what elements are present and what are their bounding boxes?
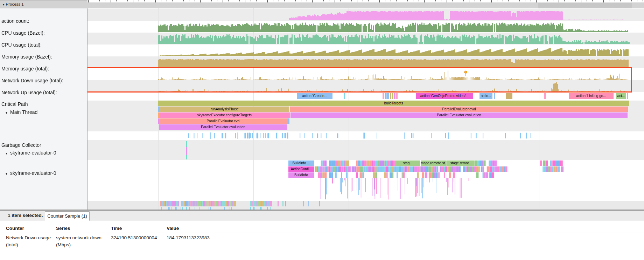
track-label-cpu-total[interactable]: CPU usage (total): — [1, 42, 42, 48]
track-label-skyframe-evaluator-0[interactable]: ▾skyframe-evaluator-0 — [6, 150, 56, 156]
slice[interactable] — [627, 93, 628, 99]
slice[interactable] — [344, 93, 345, 99]
track-label-mem-total[interactable]: Memory usage (total): — [1, 66, 49, 71]
slice-parallelevaluator-eval[interactable]: ParallelEvaluator.eval — [290, 107, 628, 112]
track-label-net-up[interactable]: Network Up usage (total): — [1, 90, 57, 95]
annotation-box-network — [0, 67, 632, 93]
analysis-tab-strip — [0, 211, 644, 220]
column-header-counter: Counter — [6, 226, 24, 231]
slice-actio-[interactable]: actio... — [479, 93, 492, 99]
slice-actionconti-[interactable]: ActionConti... — [288, 166, 314, 172]
slice[interactable] — [494, 93, 495, 99]
slice-parallel-evaluator-evaluation[interactable]: Parallel Evaluator evaluation — [290, 112, 628, 118]
cell-counter: Network Down usage(total) — [6, 234, 51, 248]
slice[interactable] — [394, 93, 396, 99]
slice[interactable] — [392, 93, 393, 99]
track-labels-panel: action count: CPU usage (Bazel): CPU usa… — [0, 8, 88, 210]
slice-act-[interactable]: act... — [616, 93, 626, 99]
slice[interactable] — [385, 93, 386, 99]
column-header-value: Value — [167, 226, 179, 231]
slice[interactable] — [544, 93, 546, 99]
slice-parallelevaluator-eval[interactable]: ParallelEvaluator.eval — [159, 118, 288, 124]
slice[interactable] — [383, 93, 384, 99]
cell-time: 324190.51300000004 — [111, 234, 165, 241]
cell-series: system network down(Mbps) — [56, 234, 107, 248]
slice[interactable] — [390, 93, 391, 99]
slice-buildinfo[interactable]: BuildInfo — [288, 172, 314, 178]
track-label-cpu-bazel[interactable]: CPU usage (Bazel): — [1, 30, 45, 36]
slice-evaluator1-marker-inner[interactable] — [186, 147, 187, 155]
selection-count-label: 1 item selected. — [8, 213, 43, 218]
slice-skyframeexecutor-configuretargets[interactable]: skyframeExecutor.configureTargets — [160, 112, 289, 118]
chevron-down-icon[interactable]: ▾ — [6, 172, 7, 176]
track-label-skyframe-evaluator-0[interactable]: ▾skyframe-evaluator-0 — [6, 170, 56, 176]
track-label-mem-bazel[interactable]: Memory usage (Bazel): — [1, 54, 52, 60]
analysis-table-area: Counter Series Time Value Network Down u… — [0, 220, 644, 260]
table-header-divider — [0, 233, 644, 233]
slice-action-linking-go-[interactable]: action 'Linking go... — [569, 93, 614, 99]
slice[interactable] — [288, 118, 289, 124]
column-header-series: Series — [56, 226, 70, 231]
track-label-main-thread[interactable]: ▾Main Thread — [6, 109, 37, 115]
track-label-net-down[interactable]: Network Down usage (total): — [1, 78, 63, 83]
slice[interactable] — [396, 93, 398, 99]
track-label-action-count[interactable]: action count: — [1, 18, 29, 24]
chevron-down-icon[interactable]: ▾ — [6, 151, 7, 155]
slice-action-genobjcprotos-video-[interactable]: action 'GenObjcProtos video/... — [416, 93, 473, 99]
trace-viewer: ▾Process 1 action 'Creatin...action 'Gen… — [0, 0, 644, 260]
slice-stage-remote-st-[interactable]: stage.remote.st... — [421, 160, 447, 166]
slice[interactable] — [506, 93, 512, 99]
slice-action-creatin-[interactable]: action 'Creatin... — [297, 93, 332, 99]
column-header-time: Time — [111, 226, 122, 231]
tab-counter-sample[interactable]: Counter Sample (1) — [45, 211, 90, 221]
slice-buildinfo-[interactable]: BuildInfo ... — [288, 160, 314, 166]
slice-buildtargets[interactable]: buildTargets — [158, 101, 629, 106]
track-label-garbage-collector[interactable]: Garbage Collector — [1, 142, 41, 148]
slice-runanalysisphase[interactable]: runAnalysisPhase — [160, 107, 289, 112]
cell-value: 184.1793113323983 — [167, 234, 221, 241]
slice[interactable] — [386, 93, 389, 99]
track-label-critical-path[interactable]: Critical Path — [1, 101, 28, 107]
chevron-down-icon[interactable]: ▾ — [6, 111, 7, 115]
slice-parallel-evaluator-evaluation[interactable]: Parallel Evaluator evaluation — [159, 124, 287, 130]
slice[interactable] — [289, 112, 290, 118]
slice-stag-[interactable]: stag... — [396, 160, 420, 166]
slice-stage-remot-[interactable]: stage.remot... — [447, 160, 475, 166]
